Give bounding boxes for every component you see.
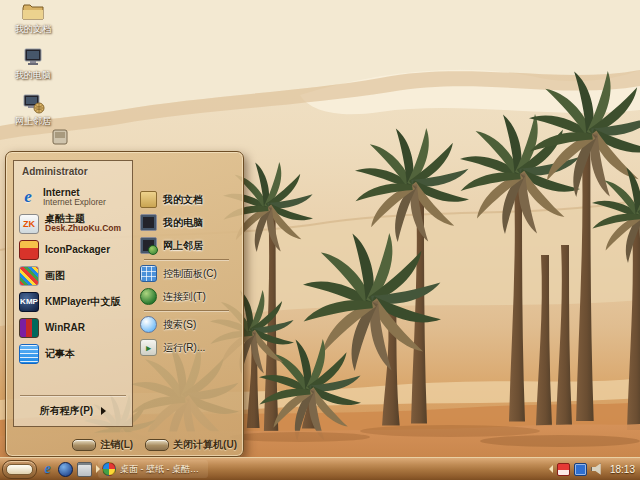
turn-off-button[interactable]: 关闭计算机(U)	[145, 438, 237, 452]
menu-item-winrar[interactable]: WinRAR	[14, 315, 132, 341]
my-computer-icon	[140, 214, 157, 231]
search-icon	[140, 316, 157, 333]
quick-launch-sphere-icon[interactable]	[58, 462, 73, 477]
desktop-icon-my-documents[interactable]: 我的文档	[4, 2, 62, 36]
tray-collapse-chevron-icon[interactable]	[549, 465, 553, 473]
desktop-screen: 我的文档 我的电脑 网上邻居 Administrator e	[0, 0, 640, 480]
computer-icon	[21, 48, 45, 68]
window-button-label: 桌面 - 壁纸 - 桌酷壁...	[120, 463, 204, 476]
system-tray: 18:13	[549, 458, 638, 480]
desktop-icon-label: 网上邻居	[4, 115, 62, 128]
menu-item-run[interactable]: ▸ 运行(R)...	[138, 336, 235, 359]
username: Administrator	[14, 161, 132, 184]
menu-item-zhuoku-theme[interactable]: ZK 桌酷主题 Desk.ZhuoKu.Com	[14, 210, 132, 236]
turn-off-icon	[145, 439, 169, 451]
start-menu: Administrator e Internet Internet Explor…	[5, 151, 244, 457]
clock: 18:13	[610, 464, 635, 475]
desktop-icon-label: 我的文档	[4, 23, 62, 36]
desktop-icon-label: 我的电脑	[4, 69, 62, 82]
folder-icon	[21, 2, 45, 22]
log-off-icon	[72, 439, 96, 451]
menu-item-notepad[interactable]: 记事本	[14, 341, 132, 367]
menu-item-iconpackager[interactable]: IconPackager	[14, 237, 132, 263]
control-panel-icon	[140, 265, 157, 282]
start-menu-left-panel: Administrator e Internet Internet Explor…	[13, 160, 133, 427]
menu-item-kmplayer[interactable]: KMP KMPlayer中文版	[14, 289, 132, 315]
taskbar-window-button[interactable]: 桌面 - 壁纸 - 桌酷壁...	[98, 460, 208, 478]
menu-item-search[interactable]: 搜索(S)	[138, 313, 235, 336]
menu-separator	[144, 259, 229, 260]
start-menu-right-column: 我的文档 我的电脑 网上邻居 控制面板(C) 连接到(T) 搜	[138, 188, 235, 427]
start-button-pill-icon	[6, 464, 33, 475]
quick-launch: e	[41, 458, 100, 480]
desktop-icon-my-network[interactable]: 网上邻居	[4, 94, 62, 128]
menu-item-internet[interactable]: e Internet Internet Explorer	[14, 184, 132, 210]
kmplayer-icon: KMP	[19, 292, 39, 312]
menu-item-my-documents[interactable]: 我的文档	[138, 188, 235, 211]
all-programs-arrow-icon	[101, 407, 106, 415]
run-icon: ▸	[140, 339, 157, 356]
generic-icon	[50, 128, 70, 148]
tray-update-icon[interactable]	[574, 463, 587, 476]
tray-app-icon[interactable]	[557, 463, 570, 476]
start-button[interactable]	[2, 460, 37, 479]
menu-separator	[144, 310, 229, 311]
menu-item-control-panel[interactable]: 控制面板(C)	[138, 262, 235, 285]
iconpackager-icon	[19, 240, 39, 260]
show-desktop-icon[interactable]	[77, 462, 92, 477]
zhuoku-wallpaper-app-icon	[102, 462, 116, 476]
my-network-icon	[140, 237, 157, 254]
winrar-icon	[19, 318, 39, 338]
menu-separator	[20, 395, 126, 396]
all-programs-button[interactable]: 所有程序(P)	[14, 398, 132, 426]
menu-item-paint[interactable]: 画图	[14, 263, 132, 289]
paint-icon	[19, 266, 39, 286]
menu-item-my-network[interactable]: 网上邻居	[138, 234, 235, 257]
my-documents-icon	[140, 191, 157, 208]
taskbar: e 桌面 - 壁纸 - 桌酷壁... 18:13	[0, 457, 640, 480]
menu-item-my-computer[interactable]: 我的电脑	[138, 211, 235, 234]
internet-explorer-icon: e	[19, 188, 37, 206]
network-icon	[21, 94, 45, 114]
desktop-icon-my-computer[interactable]: 我的电脑	[4, 48, 62, 82]
log-off-button[interactable]: 注销(L)	[72, 438, 133, 452]
notepad-icon	[19, 344, 39, 364]
start-menu-footer: 注销(L) 关闭计算机(U)	[72, 438, 237, 452]
connect-to-icon	[140, 288, 157, 305]
volume-icon[interactable]	[591, 463, 604, 476]
quick-launch-ie-icon[interactable]: e	[41, 463, 54, 476]
menu-item-connect-to[interactable]: 连接到(T)	[138, 285, 235, 308]
zhuoku-icon: ZK	[19, 214, 39, 234]
desktop-icon-partial[interactable]	[48, 128, 72, 148]
